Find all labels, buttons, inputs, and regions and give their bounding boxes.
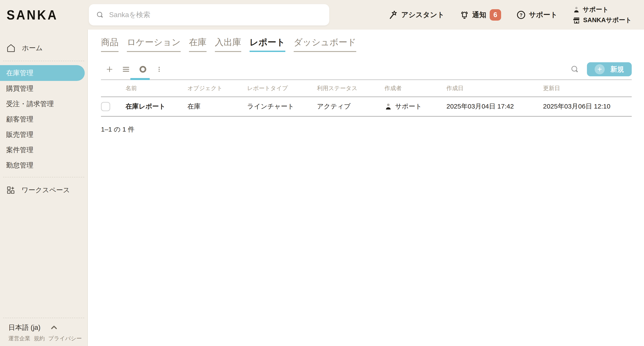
sidebar-item-label: 購買管理 <box>6 84 33 93</box>
tab-dashboard[interactable]: ダッシュボード <box>294 36 356 52</box>
sidebar-item-label: 販売管理 <box>6 130 33 139</box>
column-header-updated-at: 更新日 <box>543 80 632 97</box>
brand-logo: SANKA <box>6 7 58 22</box>
sidebar-item-orders-billing[interactable]: 受注・請求管理 <box>0 96 87 112</box>
add-view-button[interactable] <box>106 65 113 73</box>
profile-org-line: SANKAサポート <box>573 16 632 24</box>
report-creator-cell: サポート <box>384 97 446 116</box>
main-content: 商品 ロケーション 在庫 入出庫 レポート ダッシュボード <box>88 29 644 346</box>
report-updated-cell: 2025年03月06日 12:10 <box>543 97 632 116</box>
table-row[interactable]: 在庫レポート 在庫 ラインチャート アクティブ サポート 2025年03月04日… <box>101 97 632 116</box>
user-avatar-icon <box>384 103 392 110</box>
view-options-button[interactable] <box>156 65 162 73</box>
plus-icon: + <box>594 64 605 74</box>
report-status-cell: アクティブ <box>317 97 384 116</box>
select-all-header <box>101 80 126 97</box>
footer-link-company[interactable]: 運営企業 <box>8 335 30 342</box>
list-view-button[interactable] <box>122 65 130 73</box>
plus-icon <box>106 65 113 73</box>
sidebar-item-label: 在庫管理 <box>6 68 33 78</box>
home-icon <box>6 43 16 53</box>
legal-links: 運営企業 規約 プライバシー <box>0 335 87 342</box>
sidebar-item-label: ワークスペース <box>22 186 70 195</box>
profile-user-name: サポート <box>583 5 609 14</box>
workspace-grid-plus-icon <box>6 186 15 195</box>
active-view-indicator <box>130 78 150 80</box>
chevron-up-icon <box>50 324 58 332</box>
notifications-button[interactable]: 通知 6 <box>460 9 501 21</box>
report-object-cell: 在庫 <box>188 97 247 116</box>
sidebar-divider <box>3 318 84 318</box>
row-select-cell <box>101 97 126 116</box>
row-checkbox[interactable] <box>101 102 110 111</box>
search-icon <box>570 65 580 74</box>
sidebar-divider <box>3 61 84 61</box>
support-button[interactable]: ? サポート <box>516 10 558 20</box>
new-report-button-label: 新規 <box>610 65 624 74</box>
tab-stock[interactable]: 在庫 <box>189 36 206 52</box>
sidebar-divider <box>3 177 84 177</box>
sidebar-item-sales[interactable]: 販売管理 <box>0 127 87 142</box>
user-avatar-icon <box>573 6 580 13</box>
sidebar-item-attendance[interactable]: 勤怠管理 <box>0 158 87 173</box>
sidebar-item-projects[interactable]: 案件管理 <box>0 142 87 158</box>
view-toolbar: + 新規 <box>101 59 632 80</box>
footer-link-privacy[interactable]: プライバシー <box>48 335 82 342</box>
help-circle-icon: ? <box>516 10 526 19</box>
table-header-row: 名前 オブジェクト レポートタイプ 利用ステータス 作成者 作成日 更新日 <box>101 80 632 97</box>
profile-org-name: SANKAサポート <box>583 16 632 24</box>
sidebar-item-label: 案件管理 <box>6 145 33 155</box>
notifications-label: 通知 <box>472 10 486 20</box>
column-header-report-type: レポートタイプ <box>247 80 317 97</box>
sidebar-item-label: 勤怠管理 <box>6 161 33 170</box>
assistant-button[interactable]: アシスタント <box>389 10 444 20</box>
creator-name: サポート <box>395 102 422 111</box>
global-search-input[interactable] <box>109 11 322 19</box>
topbar: SANKA アシスタント 通知 6 <box>0 0 644 29</box>
report-name-cell[interactable]: 在庫レポート <box>126 97 188 116</box>
column-header-name: 名前 <box>126 80 188 97</box>
storefront-icon <box>573 16 580 24</box>
column-header-status: 利用ステータス <box>317 80 384 97</box>
notification-count-badge: 6 <box>490 9 501 21</box>
list-view-icon <box>122 65 130 73</box>
kebab-menu-icon <box>156 65 162 73</box>
assistant-label: アシスタント <box>401 10 444 20</box>
pagination-summary: 1–1 の 1 件 <box>101 125 632 134</box>
language-selector[interactable]: 日本語 (ja) <box>0 323 87 332</box>
sidebar-item-label: ホーム <box>22 43 42 53</box>
circle-view-button[interactable] <box>139 65 147 73</box>
sidebar-footer: 日本語 (ja) 運営企業 規約 プライバシー <box>0 314 87 346</box>
sidebar-item-purchasing[interactable]: 購買管理 <box>0 81 87 96</box>
new-report-button[interactable]: + 新規 <box>587 62 632 76</box>
language-label: 日本語 (ja) <box>8 323 40 332</box>
profile-user-line: サポート <box>573 5 632 14</box>
search-icon <box>96 11 104 19</box>
svg-text:?: ? <box>520 12 522 17</box>
tab-products[interactable]: 商品 <box>101 36 118 52</box>
table-search-button[interactable] <box>570 65 580 74</box>
support-label: サポート <box>529 10 558 20</box>
column-header-creator: 作成者 <box>384 80 446 97</box>
sidebar-item-label: 顧客管理 <box>6 115 33 124</box>
magic-wand-icon <box>389 10 398 19</box>
footer-link-terms[interactable]: 規約 <box>34 335 45 342</box>
bell-icon <box>460 10 469 19</box>
sidebar-item-home[interactable]: ホーム <box>0 39 87 57</box>
sidebar-item-label: 受注・請求管理 <box>6 99 54 108</box>
view-switcher <box>101 65 162 73</box>
tab-locations[interactable]: ロケーション <box>127 36 181 52</box>
profile-menu[interactable]: サポート SANKAサポート <box>573 5 632 24</box>
tab-reports[interactable]: レポート <box>250 36 285 52</box>
sidebar: ホーム 在庫管理 購買管理 受注・請求管理 顧客管理 販売管理 案件管理 勤怠管… <box>0 29 88 346</box>
sidebar-item-inventory[interactable]: 在庫管理 <box>0 65 85 81</box>
column-header-object: オブジェクト <box>188 80 247 97</box>
report-created-cell: 2025年03月04日 17:42 <box>446 97 543 116</box>
module-tabs: 商品 ロケーション 在庫 入出庫 レポート ダッシュボード <box>101 36 632 52</box>
tab-inbound-outbound[interactable]: 入出庫 <box>215 36 241 52</box>
global-search[interactable] <box>89 4 329 25</box>
sidebar-item-customers[interactable]: 顧客管理 <box>0 112 87 127</box>
report-type-cell: ラインチャート <box>247 97 317 116</box>
circle-view-icon <box>139 65 147 73</box>
sidebar-item-workspace[interactable]: ワークスペース <box>0 181 87 199</box>
